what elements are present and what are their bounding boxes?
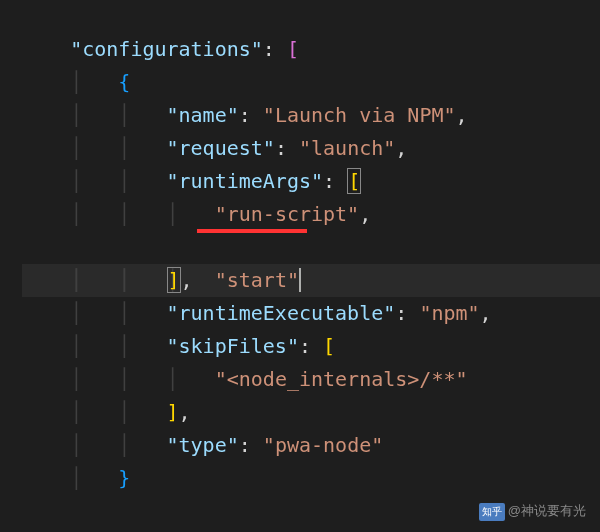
json-string: "start" bbox=[215, 268, 299, 292]
json-key: "skipFiles" bbox=[167, 334, 299, 358]
text-cursor bbox=[299, 268, 301, 292]
json-string: "launch" bbox=[299, 136, 395, 160]
json-key: "runtimeExecutable" bbox=[167, 301, 396, 325]
bracket-open: [ bbox=[323, 334, 335, 358]
json-string: "<node_internals>/**" bbox=[215, 367, 468, 391]
brace-close: } bbox=[118, 466, 130, 490]
bracket-match-close: ] bbox=[167, 267, 181, 293]
code-editor[interactable]: "configurations": [ │ { │ │ "name": "Lau… bbox=[0, 0, 600, 462]
json-string: "npm" bbox=[419, 301, 479, 325]
json-string: "Launch via NPM" bbox=[263, 103, 456, 127]
json-key: "runtimeArgs" bbox=[167, 169, 324, 193]
code-line: "configurations": [ bbox=[22, 0, 600, 33]
code-line: │ │ ], bbox=[22, 231, 600, 264]
json-key: "type" bbox=[167, 433, 239, 457]
watermark: 知乎@神说要有光 bbox=[479, 501, 586, 522]
brace-open: { bbox=[118, 70, 130, 94]
json-key: "configurations" bbox=[70, 37, 263, 61]
bracket-open: [ bbox=[287, 37, 299, 61]
bracket-match-open: [ bbox=[347, 168, 361, 194]
json-string: "run-script" bbox=[215, 202, 360, 226]
bracket-close: ] bbox=[167, 400, 179, 424]
json-key: "name" bbox=[167, 103, 239, 127]
watermark-text: @神说要有光 bbox=[508, 503, 586, 518]
zhihu-icon: 知乎 bbox=[479, 503, 505, 521]
red-underline-annotation bbox=[197, 229, 307, 233]
json-key: "request" bbox=[167, 136, 275, 160]
json-string: "pwa-node" bbox=[263, 433, 383, 457]
